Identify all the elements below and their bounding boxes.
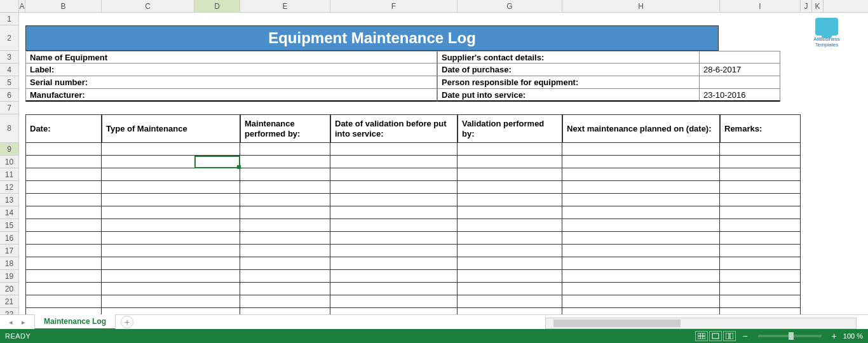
row-header-22[interactable]: 22: [0, 308, 19, 314]
table-cell[interactable]: [458, 308, 562, 314]
table-cell[interactable]: [562, 245, 720, 257]
table-cell[interactable]: [458, 194, 562, 206]
sheet-tab-active[interactable]: Maintenance Log: [34, 314, 116, 330]
table-cell[interactable]: [562, 143, 720, 156]
select-all-corner[interactable]: [0, 0, 19, 12]
table-cell[interactable]: [330, 232, 458, 245]
table-cell[interactable]: [240, 156, 330, 168]
row-header-16[interactable]: 16: [0, 232, 19, 245]
table-cell[interactable]: [102, 270, 240, 283]
table-cell[interactable]: [720, 194, 801, 206]
row-header-19[interactable]: 19: [0, 270, 19, 283]
zoom-level[interactable]: 100 %: [843, 332, 863, 340]
zoom-out-button[interactable]: −: [742, 331, 747, 341]
table-cell[interactable]: [458, 181, 562, 194]
table-cell[interactable]: [562, 219, 720, 232]
table-cell[interactable]: [562, 194, 720, 206]
table-cell[interactable]: [102, 143, 240, 156]
table-cell[interactable]: [458, 232, 562, 245]
tab-nav-last-icon[interactable]: ▸: [19, 318, 28, 326]
table-cell[interactable]: [25, 270, 102, 283]
row-header-3[interactable]: 3: [0, 51, 19, 64]
table-cell[interactable]: [25, 194, 102, 206]
table-cell[interactable]: [330, 245, 458, 257]
table-cell[interactable]: [562, 270, 720, 283]
table-cell[interactable]: [240, 168, 330, 181]
table-cell[interactable]: [330, 181, 458, 194]
row-header-2[interactable]: 2: [0, 25, 19, 51]
page-break-view-button[interactable]: [723, 331, 736, 341]
table-cell[interactable]: [25, 245, 102, 257]
table-cell[interactable]: [25, 257, 102, 270]
table-cell[interactable]: [562, 181, 720, 194]
table-cell[interactable]: [562, 156, 720, 168]
table-cell[interactable]: [25, 308, 102, 314]
row-header-20[interactable]: 20: [0, 283, 19, 295]
table-cell[interactable]: [330, 283, 458, 295]
table-cell[interactable]: [25, 168, 102, 181]
table-cell[interactable]: [330, 156, 458, 168]
row-header-17[interactable]: 17: [0, 245, 19, 257]
col-header-C[interactable]: C: [102, 0, 194, 12]
cells-area[interactable]: Equipment Maintenance Log Name of Equipm…: [19, 13, 868, 314]
table-cell[interactable]: [720, 295, 801, 308]
table-cell[interactable]: [562, 308, 720, 314]
table-cell[interactable]: [562, 257, 720, 270]
table-cell[interactable]: [562, 232, 720, 245]
table-cell[interactable]: [458, 219, 562, 232]
row-header-21[interactable]: 21: [0, 295, 19, 308]
table-cell[interactable]: [720, 283, 801, 295]
table-cell[interactable]: [102, 308, 240, 314]
row-header-5[interactable]: 5: [0, 76, 19, 89]
row-header-18[interactable]: 18: [0, 257, 19, 270]
table-cell[interactable]: [720, 270, 801, 283]
table-cell[interactable]: [720, 143, 801, 156]
table-cell[interactable]: [102, 156, 240, 168]
table-cell[interactable]: [102, 194, 240, 206]
table-cell[interactable]: [720, 257, 801, 270]
horizontal-scrollbar[interactable]: [545, 318, 857, 329]
table-cell[interactable]: [458, 143, 562, 156]
table-cell[interactable]: [25, 181, 102, 194]
table-cell[interactable]: [330, 143, 458, 156]
table-cell[interactable]: [720, 245, 801, 257]
table-cell[interactable]: [25, 206, 102, 219]
row-header-11[interactable]: 11: [0, 168, 19, 181]
table-cell[interactable]: [720, 156, 801, 168]
table-cell[interactable]: [562, 206, 720, 219]
table-cell[interactable]: [562, 295, 720, 308]
zoom-slider[interactable]: [758, 335, 822, 337]
table-cell[interactable]: [102, 295, 240, 308]
col-header-I[interactable]: I: [720, 0, 801, 12]
table-cell[interactable]: [458, 283, 562, 295]
table-cell[interactable]: [102, 181, 240, 194]
table-cell[interactable]: [458, 206, 562, 219]
table-cell[interactable]: [458, 257, 562, 270]
col-header-H[interactable]: H: [562, 0, 720, 12]
table-cell[interactable]: [720, 206, 801, 219]
table-cell[interactable]: [102, 232, 240, 245]
table-cell[interactable]: [240, 270, 330, 283]
col-header-B[interactable]: B: [25, 0, 102, 12]
table-cell[interactable]: [240, 245, 330, 257]
table-cell[interactable]: [330, 257, 458, 270]
table-cell[interactable]: [720, 168, 801, 181]
table-cell[interactable]: [330, 308, 458, 314]
table-cell[interactable]: [102, 245, 240, 257]
table-cell[interactable]: [720, 232, 801, 245]
table-cell[interactable]: [25, 295, 102, 308]
row-header-12[interactable]: 12: [0, 181, 19, 194]
table-cell[interactable]: [458, 270, 562, 283]
table-cell[interactable]: [240, 219, 330, 232]
row-header-14[interactable]: 14: [0, 206, 19, 219]
table-cell[interactable]: [330, 295, 458, 308]
table-cell[interactable]: [240, 283, 330, 295]
table-cell[interactable]: [240, 143, 330, 156]
table-cell[interactable]: [25, 156, 102, 168]
col-header-K[interactable]: K: [812, 0, 824, 12]
table-cell[interactable]: [720, 308, 801, 314]
table-cell[interactable]: [25, 283, 102, 295]
row-header-7[interactable]: 7: [0, 102, 19, 114]
col-header-E[interactable]: E: [240, 0, 330, 12]
row-header-1[interactable]: 1: [0, 13, 19, 25]
